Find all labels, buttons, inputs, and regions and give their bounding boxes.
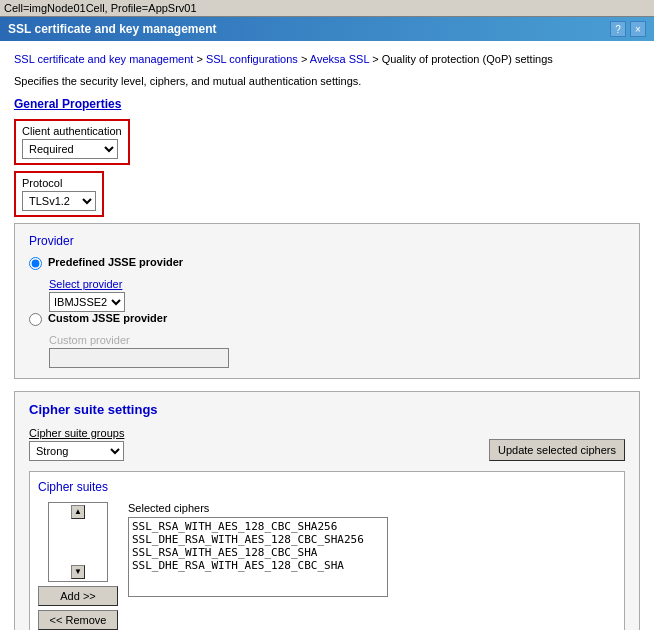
breadcrumb-link-ssl-cert[interactable]: SSL certificate and key management: [14, 53, 193, 65]
custom-provider-input[interactable]: [49, 348, 229, 368]
header-bar: SSL certificate and key management ? ×: [0, 17, 654, 41]
breadcrumb: SSL certificate and key management > SSL…: [14, 51, 640, 69]
cipher-suite-title: Cipher suite settings: [29, 402, 625, 417]
provider-title: Provider: [29, 234, 625, 248]
title-bar: Cell=imgNode01Cell, Profile=AppSrv01: [0, 0, 654, 17]
update-selected-ciphers-button[interactable]: Update selected ciphers: [489, 439, 625, 461]
title-bar-text: Cell=imgNode01Cell, Profile=AppSrv01: [4, 2, 197, 14]
scroll-up-arrow[interactable]: ▲: [71, 505, 85, 519]
header-title: SSL certificate and key management: [8, 22, 217, 36]
custom-provider-row: Custom JSSE provider: [29, 312, 625, 326]
breadcrumb-sep-3: >: [372, 53, 381, 65]
cipher-suite-settings: Cipher suite settings Cipher suite group…: [14, 391, 640, 630]
breadcrumb-sep-1: >: [196, 53, 205, 65]
cipher-groups-row: Cipher suite groups Strong Medium Weak C…: [29, 427, 625, 461]
cipher-suites-box: Cipher suites ▲ ▼ Add >> << Remove Selec…: [29, 471, 625, 630]
remove-button[interactable]: << Remove: [38, 610, 118, 630]
selected-ciphers-area: Selected ciphers SSL_RSA_WITH_AES_128_CB…: [128, 502, 616, 597]
general-properties-title: General Properties: [14, 97, 640, 111]
close-icon-button[interactable]: ×: [630, 21, 646, 37]
breadcrumb-current: Quality of protection (QoP) settings: [382, 53, 553, 65]
protocol-label: Protocol: [22, 177, 96, 189]
main-content: SSL certificate and key management > SSL…: [0, 41, 654, 630]
protocol-group: Protocol TLSv1.2 TLSv1.1 TLSv1.0 SSL_TLS: [14, 171, 104, 217]
provider-section: Provider Predefined JSSE provider Select…: [14, 223, 640, 379]
predefined-provider-radio[interactable]: [29, 257, 42, 270]
available-ciphers-scroll: ▲ ▼: [48, 502, 108, 582]
cipher-item-3[interactable]: SSL_RSA_WITH_AES_128_CBC_SHA: [131, 546, 385, 559]
cipher-groups-left: Cipher suite groups Strong Medium Weak C…: [29, 427, 124, 461]
scroll-down-arrow[interactable]: ▼: [71, 565, 85, 579]
predefined-provider-label: Predefined JSSE provider: [48, 256, 183, 268]
protocol-select[interactable]: TLSv1.2 TLSv1.1 TLSv1.0 SSL_TLS: [22, 191, 96, 211]
breadcrumb-sep-2: >: [301, 53, 310, 65]
provider-select[interactable]: IBMJSSE2 SunJSSE: [49, 292, 125, 312]
cipher-item-1[interactable]: SSL_RSA_WITH_AES_128_CBC_SHA256: [131, 520, 385, 533]
breadcrumb-link-ssl-configs[interactable]: SSL configurations: [206, 53, 298, 65]
cipher-groups-select[interactable]: Strong Medium Weak Custom: [29, 441, 124, 461]
cipher-suites-title: Cipher suites: [38, 480, 616, 494]
cipher-item-2[interactable]: SSL_DHE_RSA_WITH_AES_128_CBC_SHA256: [131, 533, 385, 546]
cipher-suites-content: ▲ ▼ Add >> << Remove Selected ciphers SS…: [38, 502, 616, 630]
cipher-item-4[interactable]: SSL_DHE_RSA_WITH_AES_128_CBC_SHA: [131, 559, 385, 572]
custom-provider-radio[interactable]: [29, 313, 42, 326]
client-auth-group: Client authentication Required Supported…: [14, 119, 130, 165]
left-list-area: ▲ ▼ Add >> << Remove: [38, 502, 118, 630]
predefined-provider-row: Predefined JSSE provider: [29, 256, 625, 270]
cipher-groups-label: Cipher suite groups: [29, 427, 124, 439]
client-auth-label: Client authentication: [22, 125, 122, 137]
page-description: Specifies the security level, ciphers, a…: [14, 75, 640, 87]
selected-ciphers-label: Selected ciphers: [128, 502, 616, 514]
header-icons: ? ×: [610, 21, 646, 37]
selected-ciphers-listbox[interactable]: SSL_RSA_WITH_AES_128_CBC_SHA256 SSL_DHE_…: [128, 517, 388, 597]
custom-provider-field-label: Custom provider: [49, 334, 625, 346]
help-icon-button[interactable]: ?: [610, 21, 626, 37]
custom-provider-label: Custom JSSE provider: [48, 312, 167, 324]
client-auth-select[interactable]: Required Supported Not supported: [22, 139, 118, 159]
select-provider-label: Select provider: [49, 278, 625, 290]
breadcrumb-link-aveksa[interactable]: Aveksa SSL: [310, 53, 369, 65]
add-button[interactable]: Add >>: [38, 586, 118, 606]
